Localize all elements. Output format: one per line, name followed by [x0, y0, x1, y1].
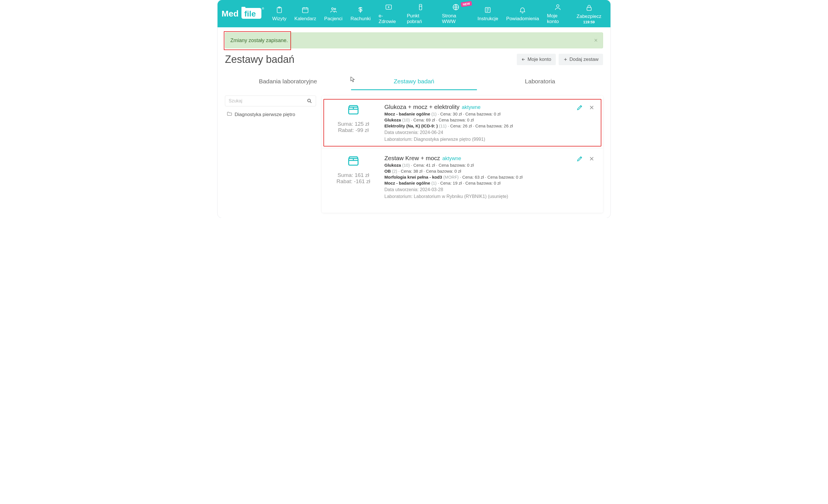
set-card: Suma: 125 zł Rabat: -99 zł Glukoza + moc…	[322, 97, 603, 148]
set-discount: Rabat: -99 zł	[338, 127, 369, 133]
pencil-icon	[576, 104, 583, 111]
item-price: Cena: 19 zł	[440, 181, 462, 185]
item-code: (11)	[439, 124, 447, 128]
delete-button[interactable]	[588, 155, 596, 163]
edit-button[interactable]	[576, 155, 584, 163]
lock-icon	[585, 3, 593, 12]
set-title: Zestaw Krew + mocz	[384, 155, 440, 162]
tab-laboratoria[interactable]: Laboratoria	[477, 74, 603, 90]
item-code: (2)	[392, 169, 397, 174]
nav-label: Punkt pobrań	[407, 13, 434, 25]
nav-label: Strona WWW	[442, 13, 469, 25]
nav-punkt-pobran[interactable]: Punkt pobrań	[403, 0, 438, 27]
item-base: Cena bazowa: 0 zł	[439, 118, 473, 122]
success-alert: Zmiany zostały zapisane. ×	[225, 33, 603, 48]
lock-timer: 119:59	[583, 20, 594, 24]
back-button-label: Moje konto	[528, 57, 551, 62]
package-icon	[347, 155, 360, 169]
close-icon	[588, 155, 595, 162]
bell-icon	[518, 6, 527, 14]
add-set-button[interactable]: Dodaj zestaw	[558, 54, 603, 65]
lab-label: Laboratorium:	[384, 137, 413, 142]
users-icon	[329, 6, 338, 14]
lab-value: Laboratorium w Rybniku (RYBNIK1) (usunię…	[414, 194, 508, 199]
set-title: Glukoza + mocz + elektrolity	[384, 103, 460, 110]
lab-label: Laboratorium:	[384, 194, 413, 199]
search-input[interactable]	[229, 98, 307, 103]
nav-label: Rachunki	[350, 16, 371, 21]
calendar-icon	[301, 6, 309, 14]
set-sum: Suma: 125 zł	[338, 121, 369, 127]
set-status: aktywne	[462, 104, 481, 110]
tab-zestawy-badan[interactable]: Zestawy badań	[351, 74, 477, 90]
nav-powiadomienia[interactable]: Powiadomienia	[502, 0, 543, 27]
search-icon[interactable]	[307, 98, 313, 104]
svg-text:file: file	[244, 9, 256, 18]
item-price: Cena: 30 zł	[440, 111, 462, 116]
add-button-label: Dodaj zestaw	[570, 57, 598, 62]
item-base: Cena bazowa: 0 zł	[465, 111, 500, 116]
svg-point-14	[557, 5, 559, 7]
alert-close-icon[interactable]: ×	[594, 37, 598, 44]
item-name: Mocz - badanie ogólne	[384, 111, 430, 116]
nav-instrukcje[interactable]: Instrukcje	[473, 0, 502, 27]
edit-button[interactable]	[576, 103, 584, 111]
created-label: Data utworzenia:	[384, 187, 419, 192]
reply-arrow-icon	[521, 57, 526, 62]
logo[interactable]: Med file ®	[220, 0, 268, 27]
nav-wizyty[interactable]: Wizyty	[268, 0, 290, 27]
item-price: Cena: 38 zł	[401, 169, 422, 174]
svg-rect-7	[303, 8, 308, 12]
item-code: (1)	[431, 111, 437, 116]
close-icon	[588, 104, 595, 111]
tabs: Badania laboratoryjne Zestawy badań Labo…	[225, 74, 603, 90]
dollar-icon	[356, 6, 365, 14]
nav-label: Wizyty	[272, 16, 286, 21]
vial-icon	[416, 3, 425, 11]
nav-label: Powiadomienia	[506, 16, 539, 21]
item-name: Glukoza	[384, 118, 401, 122]
set-sum: Suma: 161 zł	[338, 172, 369, 178]
nav-ezdrowie[interactable]: e-Zdrowie	[375, 0, 403, 27]
nav-zabezpiecz[interactable]: Zabezpiecz 119:59	[573, 0, 605, 27]
nav-strona-www[interactable]: NEW Strona WWW	[438, 0, 473, 27]
set-discount: Rabat: -161 zł	[337, 178, 370, 185]
created-label: Data utworzenia:	[384, 130, 419, 135]
svg-rect-11	[419, 4, 422, 10]
globe-icon	[452, 3, 460, 11]
nav-moje-konto[interactable]: Moje konto	[543, 0, 573, 27]
item-code: (10)	[402, 163, 410, 168]
pencil-icon	[576, 155, 583, 162]
item-base: Cena bazowa: 26 zł	[475, 124, 513, 128]
item-base: Cena bazowa: 0 zł	[488, 175, 523, 179]
top-navbar: Med file ® Wizyty Kalendarz	[217, 0, 611, 27]
nav-label: Pacjenci	[324, 16, 342, 21]
package-icon	[347, 103, 360, 118]
clipboard-icon	[275, 6, 284, 14]
item-base: Cena bazowa: 0 zł	[426, 169, 461, 174]
page-title: Zestawy badań	[225, 53, 294, 65]
folder-label: Diagnostyka pierwsze piętro	[235, 112, 295, 118]
svg-point-8	[331, 8, 333, 10]
item-price: Cena: 63 zł	[462, 175, 484, 179]
item-code: (10)	[402, 118, 410, 122]
item-base: Cena bazowa: 0 zł	[465, 181, 500, 185]
nav-kalendarz[interactable]: Kalendarz	[290, 0, 320, 27]
created-value: 2024-06-24	[420, 130, 443, 135]
nav-label: Instrukcje	[478, 16, 498, 21]
nav-label: e-Zdrowie	[379, 13, 399, 25]
item-code: (MORF)	[443, 175, 459, 179]
folder-item[interactable]: Diagnostyka pierwsze piętro	[225, 106, 316, 123]
new-badge: NEW	[461, 1, 472, 7]
lab-value: Diagnostyka pierwsze piętro (9991)	[414, 137, 485, 142]
tab-badania-laboratoryjne[interactable]: Badania laboratoryjne	[225, 74, 351, 90]
delete-button[interactable]	[588, 103, 596, 111]
created-value: 2024-03-28	[420, 187, 443, 192]
manual-icon	[484, 6, 492, 14]
health-card-icon	[384, 3, 393, 11]
search-box[interactable]	[225, 96, 316, 106]
nav-rachunki[interactable]: Rachunki	[346, 0, 375, 27]
back-button[interactable]: Moje konto	[517, 54, 556, 65]
item-name: Mocz - badanie ogólne	[384, 181, 430, 185]
nav-pacjenci[interactable]: Pacjenci	[320, 0, 346, 27]
